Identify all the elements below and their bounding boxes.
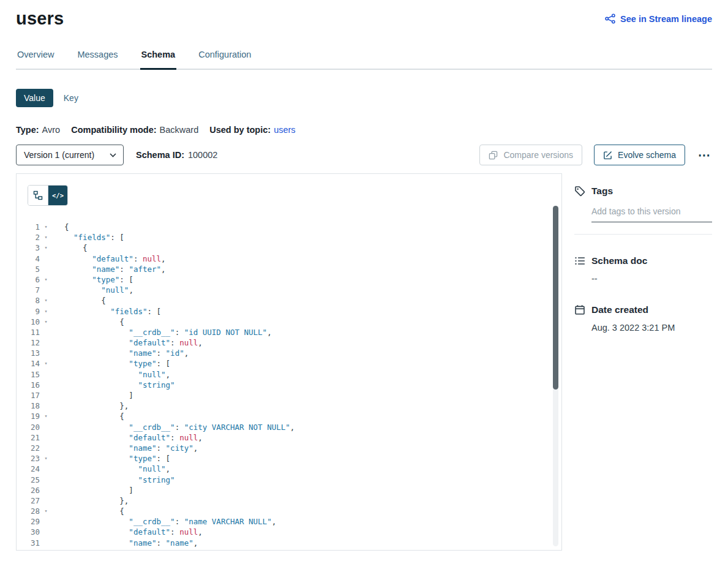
code-text: "default": null, (52, 432, 203, 443)
code-text: "default": null, (52, 254, 166, 264)
fold-toggle-icon[interactable]: ▾ (40, 358, 52, 369)
code-line: 29 "__crdb__": "name VARCHAR NULL", (17, 516, 561, 527)
code-line: 1▾{ (17, 222, 561, 232)
tag-icon (574, 186, 585, 197)
tree-view-button[interactable] (28, 186, 48, 205)
code-line: 13 "name": "id", (17, 348, 561, 358)
type-value: Avro (42, 125, 61, 135)
calendar-icon (574, 304, 585, 315)
code-text: ] (52, 390, 133, 401)
code-line: 24 "null", (17, 464, 561, 474)
editor-scrollbar-thumb[interactable] (553, 206, 558, 390)
code-line: 23▾ "type": [ (17, 453, 561, 464)
fold-spacer (40, 254, 52, 264)
main-content: </> 1▾{2▾ "fields": [3▾ {4 "default": nu… (16, 173, 712, 551)
line-number: 31 (17, 538, 40, 548)
code-line: 4 "default": null, (17, 254, 561, 264)
date-created-value: Aug. 3 2022 3:21 PM (591, 323, 712, 333)
tab-configuration[interactable]: Configuration (197, 50, 252, 69)
fold-toggle-icon[interactable]: ▾ (40, 222, 52, 232)
add-tags-input[interactable] (591, 203, 712, 222)
type-label: Type: (16, 125, 39, 135)
fold-spacer (40, 285, 52, 295)
fold-spacer (40, 380, 52, 390)
date-created-header: Date created (574, 304, 712, 315)
fold-toggle-icon[interactable]: ▾ (40, 548, 52, 551)
schema-id-label: Schema ID: (136, 150, 184, 160)
page-header: users See in Stream lineage (16, 9, 712, 29)
sidebar-divider (574, 234, 712, 235)
fold-spacer (40, 432, 52, 443)
line-number: 10 (17, 317, 40, 327)
fold-spacer (40, 538, 52, 548)
editor-toolbar: </> (17, 174, 561, 206)
fold-spacer (40, 527, 52, 537)
line-number: 22 (17, 443, 40, 453)
version-select[interactable]: Version 1 (current) (16, 145, 124, 165)
tab-schema[interactable]: Schema (140, 50, 177, 69)
fold-spacer (40, 337, 52, 348)
line-number: 11 (17, 327, 40, 337)
version-select-value: Version 1 (current) (24, 150, 94, 160)
code-text: ] (52, 485, 133, 495)
code-line: 27 }, (17, 495, 561, 506)
schema-id: Schema ID: 100002 (136, 150, 217, 160)
used-by-topic-label: Used by topic: (209, 125, 271, 135)
line-number: 2 (17, 232, 40, 243)
fold-toggle-icon[interactable]: ▾ (40, 232, 52, 243)
fold-toggle-icon[interactable]: ▾ (40, 295, 52, 306)
code-view-button[interactable]: </> (48, 186, 67, 205)
code-text: { (52, 295, 106, 306)
editor-scrollbar-track[interactable] (553, 206, 558, 546)
code-text: "name": "id", (52, 348, 189, 358)
tab-messages[interactable]: Messages (76, 50, 119, 69)
fold-toggle-icon[interactable]: ▾ (40, 453, 52, 464)
code-text: "type": [ (52, 274, 133, 285)
toggle-key-button[interactable]: Key (53, 89, 89, 107)
fold-toggle-icon[interactable]: ▾ (40, 306, 52, 317)
code-line: 32▾ "type": [ (17, 548, 561, 551)
toggle-value-button[interactable]: Value (16, 89, 53, 107)
code-text: "__crdb__": "id UUID NOT NULL", (52, 327, 272, 337)
line-number: 26 (17, 485, 40, 495)
schema-id-value: 100002 (188, 150, 217, 160)
code-line: 5 "name": "after", (17, 264, 561, 274)
code-text: }, (52, 401, 129, 411)
more-options-button[interactable]: ⋯ (697, 146, 712, 164)
evolve-schema-button[interactable]: Evolve schema (594, 145, 685, 165)
stream-lineage-link[interactable]: See in Stream lineage (605, 13, 712, 24)
page: users See in Stream lineage Overview Mes… (0, 0, 728, 561)
compatibility-value: Backward (160, 125, 199, 135)
schema-part-toggle: Value Key (16, 89, 712, 107)
code-line: 3▾ { (17, 243, 561, 253)
code-text: "default": null, (52, 527, 203, 537)
code-text: { (52, 222, 69, 232)
tab-overview[interactable]: Overview (16, 50, 55, 69)
code-line: 15 "null", (17, 369, 561, 380)
schema-doc-header: Schema doc (574, 255, 712, 266)
fold-toggle-icon[interactable]: ▾ (40, 274, 52, 285)
code-text: "name": "name", (52, 538, 198, 548)
fold-toggle-icon[interactable]: ▾ (40, 411, 52, 421)
compatibility-label: Compatibility mode: (71, 125, 156, 135)
line-number: 19 (17, 411, 40, 421)
line-number: 5 (17, 264, 40, 274)
line-number: 13 (17, 348, 40, 358)
code-line: 21 "default": null, (17, 432, 561, 443)
schema-code: 1▾{2▾ "fields": [3▾ {4 "default": null,5… (17, 222, 561, 551)
code-text: "default": null, (52, 337, 203, 348)
line-number: 12 (17, 337, 40, 348)
fold-spacer (40, 443, 52, 453)
schema-doc-section: Schema doc -- (574, 255, 712, 284)
fold-toggle-icon[interactable]: ▾ (40, 317, 52, 327)
compare-versions-button[interactable]: Compare versions (479, 145, 582, 165)
code-line: 20 "__crdb__": "city VARCHAR NOT NULL", (17, 422, 561, 432)
code-text: "type": [ (52, 358, 170, 369)
line-number: 16 (17, 380, 40, 390)
code-line: 7 "null", (17, 285, 561, 295)
fold-toggle-icon[interactable]: ▾ (40, 506, 52, 516)
topic-link[interactable]: users (274, 125, 295, 135)
fold-toggle-icon[interactable]: ▾ (40, 243, 52, 253)
code-line: 28▾ { (17, 506, 561, 516)
code-text: "type": [ (52, 453, 170, 464)
